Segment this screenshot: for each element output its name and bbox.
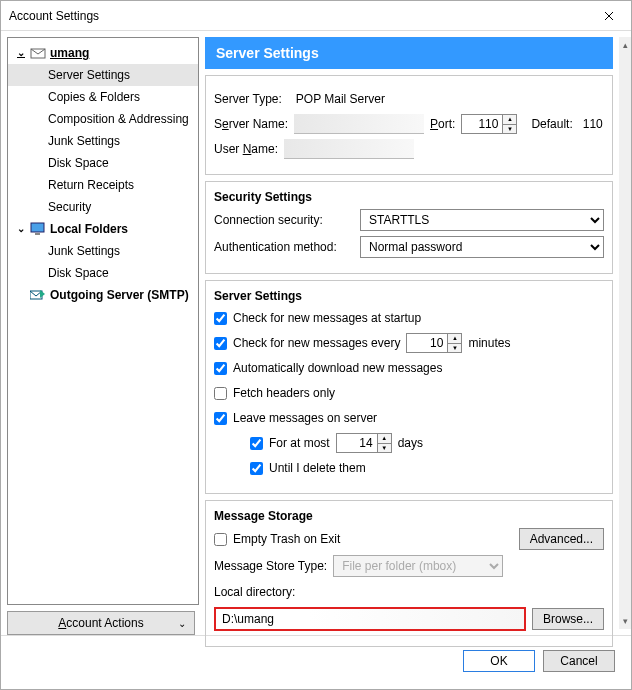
server-settings-title: Server Settings [214, 289, 604, 303]
window-title: Account Settings [9, 9, 99, 23]
chevron-down-icon: ⌄ [178, 618, 186, 629]
spin-up-icon[interactable]: ▲ [503, 115, 516, 125]
for-at-most-checkbox[interactable] [250, 437, 263, 450]
check-every-label: Check for new messages every [233, 336, 400, 350]
titlebar: Account Settings [1, 1, 631, 31]
mail-icon [30, 46, 46, 60]
fetch-headers-checkbox[interactable] [214, 387, 227, 400]
server-type-value: POP Mail Server [296, 92, 385, 106]
default-port-value: 110 [583, 117, 603, 131]
spin-up-icon[interactable]: ▲ [378, 434, 391, 444]
check-startup-label: Check for new messages at startup [233, 311, 421, 325]
port-spinner[interactable]: ▲▼ [461, 114, 517, 134]
check-every-input[interactable] [407, 334, 447, 352]
conn-security-label: Connection security: [214, 213, 354, 227]
advanced-button[interactable]: Advanced... [519, 528, 604, 550]
leave-server-checkbox[interactable] [214, 412, 227, 425]
outgoing-label: Outgoing Server (SMTP) [50, 287, 189, 303]
sidebar-item-junk[interactable]: Junk Settings [8, 130, 198, 152]
for-at-most-unit: days [398, 436, 423, 450]
sidebar-item-security[interactable]: Security [8, 196, 198, 218]
account-tree[interactable]: ⌄ umang Server Settings Copies & Folders… [7, 37, 199, 605]
port-label: Port: [430, 117, 455, 131]
check-every-spinner[interactable]: ▲▼ [406, 333, 462, 353]
cancel-button[interactable]: Cancel [543, 650, 615, 672]
storage-title: Message Storage [214, 509, 604, 523]
chevron-down-icon[interactable]: ⌄ [16, 48, 26, 58]
browse-button[interactable]: Browse... [532, 608, 604, 630]
close-button[interactable] [586, 1, 631, 31]
for-at-most-input[interactable] [337, 434, 377, 452]
spin-down-icon[interactable]: ▼ [503, 125, 516, 134]
leave-server-label: Leave messages on server [233, 411, 377, 425]
local-folders-label: Local Folders [50, 221, 128, 237]
check-every-checkbox[interactable] [214, 337, 227, 350]
user-name-label: User Name: [214, 142, 278, 156]
message-storage-group: Message Storage Empty Trash on Exit Adva… [205, 500, 613, 647]
auto-download-label: Automatically download new messages [233, 361, 442, 375]
monitor-icon [30, 222, 46, 236]
store-type-label: Message Store Type: [214, 559, 327, 573]
spin-up-icon[interactable]: ▲ [448, 334, 461, 344]
spin-down-icon[interactable]: ▼ [378, 444, 391, 453]
security-title: Security Settings [214, 190, 604, 204]
sidebar-item-return-receipts[interactable]: Return Receipts [8, 174, 198, 196]
sidebar-item-copies-folders[interactable]: Copies & Folders [8, 86, 198, 108]
until-delete-checkbox[interactable] [250, 462, 263, 475]
until-delete-label: Until I delete them [269, 461, 366, 475]
scroll-up-icon[interactable]: ▴ [619, 37, 631, 53]
server-name-label: Server Name: [214, 117, 288, 131]
fetch-headers-label: Fetch headers only [233, 386, 335, 400]
empty-trash-label: Empty Trash on Exit [233, 532, 340, 546]
svg-rect-1 [31, 223, 44, 232]
for-at-most-spinner[interactable]: ▲▼ [336, 433, 392, 453]
account-label: umang [50, 45, 89, 61]
panel-header: Server Settings [205, 37, 613, 69]
user-name-input[interactable] [284, 139, 414, 159]
chevron-down-icon[interactable]: ⌄ [16, 224, 26, 234]
server-settings-group: Server Settings Check for new messages a… [205, 280, 613, 494]
smtp-icon [30, 288, 46, 302]
account-node[interactable]: ⌄ umang [8, 42, 198, 64]
default-label: Default: [531, 117, 572, 131]
security-group: Security Settings Connection security: S… [205, 181, 613, 274]
svg-rect-2 [35, 233, 40, 235]
local-dir-input[interactable]: D:\umang [214, 607, 526, 631]
local-dir-value: D:\umang [222, 612, 274, 626]
spin-down-icon[interactable]: ▼ [448, 344, 461, 353]
sidebar-item-server-settings[interactable]: Server Settings [8, 64, 198, 86]
scrollbar[interactable]: ▴ ▾ [619, 37, 631, 629]
server-type-label: Server Type: [214, 92, 282, 106]
for-at-most-label: For at most [269, 436, 330, 450]
ok-button[interactable]: OK [463, 650, 535, 672]
sidebar-item-local-junk[interactable]: Junk Settings [8, 240, 198, 262]
account-actions-label: Account Actions [58, 616, 143, 630]
auth-method-label: Authentication method: [214, 240, 354, 254]
sidebar-item-local-disk[interactable]: Disk Space [8, 262, 198, 284]
server-name-input[interactable] [294, 114, 424, 134]
local-dir-label: Local directory: [214, 585, 295, 599]
auth-method-select[interactable]: Normal password [360, 236, 604, 258]
auto-download-checkbox[interactable] [214, 362, 227, 375]
outgoing-server-node[interactable]: Outgoing Server (SMTP) [8, 284, 198, 306]
main-panel: ▴ ▾ Server Settings Server Type: POP Mai… [199, 31, 631, 635]
sidebar-item-disk-space[interactable]: Disk Space [8, 152, 198, 174]
account-actions-button[interactable]: Account Actions ⌄ [7, 611, 195, 635]
port-input[interactable] [462, 115, 502, 133]
sidebar-item-composition[interactable]: Composition & Addressing [8, 108, 198, 130]
scroll-down-icon[interactable]: ▾ [619, 613, 631, 629]
conn-security-select[interactable]: STARTTLS [360, 209, 604, 231]
store-type-select: File per folder (mbox) [333, 555, 503, 577]
sidebar: ⌄ umang Server Settings Copies & Folders… [1, 31, 199, 635]
empty-trash-checkbox[interactable] [214, 533, 227, 546]
local-folders-node[interactable]: ⌄ Local Folders [8, 218, 198, 240]
close-icon [604, 11, 614, 21]
check-startup-checkbox[interactable] [214, 312, 227, 325]
check-every-unit: minutes [468, 336, 510, 350]
server-identity-group: Server Type: POP Mail Server Server Name… [205, 75, 613, 175]
